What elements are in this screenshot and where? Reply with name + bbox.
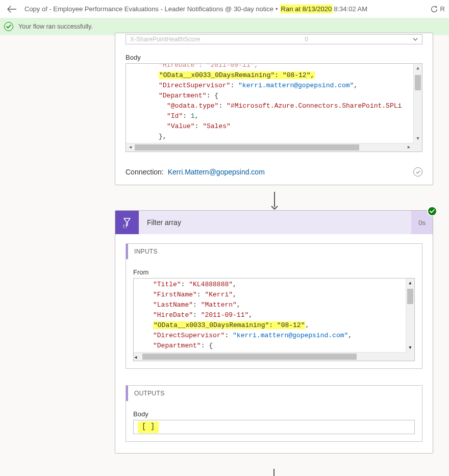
outputs-body-value: [ ] [138, 421, 159, 433]
json-line: "Title": "KL4888888", [134, 280, 414, 290]
inputs-title: INPUTS [126, 244, 422, 259]
svg-text:{·}: {·} [123, 223, 127, 228]
json-line: "OData__x0033_0DaysRemaining": "08-12", [134, 320, 414, 331]
filter-card-header[interactable]: {·} Filter array 0s [115, 211, 433, 234]
scroll-corner [406, 352, 414, 361]
header-select-key: X-SharePointHealthScore [130, 36, 200, 43]
scroll-thumb[interactable] [415, 75, 421, 90]
connector-arrow-icon [270, 192, 279, 210]
scroll-down-icon[interactable]: ▾ [414, 134, 422, 143]
ran-time: 8:34:02 AM [334, 5, 367, 13]
horizontal-scrollbar[interactable]: ◂ ▸ [126, 143, 413, 152]
json-line: "HireDate": "2011-09-11", [134, 310, 414, 320]
header-select[interactable]: X-SharePointHealthScore 0 [126, 34, 422, 44]
arrow-left-icon [7, 6, 16, 13]
json-line: "Department": { [126, 91, 422, 101]
success-message: Your flow ran successfully. [18, 23, 93, 30]
flow-canvas: X-SharePointHealthScore 0 Body "HireDate… [0, 35, 449, 476]
scroll-left-icon[interactable]: ◂ [126, 143, 135, 152]
from-label: From [133, 268, 415, 276]
json-line: "FirstName": "Kerri", [134, 290, 414, 300]
filter-array-card[interactable]: {·} Filter array 0s INPUTS From "Title":… [115, 210, 433, 454]
scroll-thumb[interactable] [142, 354, 357, 360]
connection-row: Connection: Kerri.Mattern@gopepsind.com [126, 167, 422, 177]
body-label: Body [126, 54, 422, 61]
connection-ok-icon [413, 167, 422, 177]
scroll-corner [413, 143, 422, 152]
json-line: "Value": "Sales" [126, 121, 422, 132]
outputs-title: OUTPUTS [126, 386, 422, 401]
vertical-scrollbar[interactable]: ▴ ▾ [413, 64, 422, 143]
back-button[interactable] [2, 3, 21, 16]
outputs-body-label: Body [133, 410, 415, 418]
vertical-scrollbar[interactable]: ▴ ▾ [406, 279, 414, 352]
header-select-value: 0 [305, 36, 308, 43]
ran-at-highlight: Ran at 8/13/2020 [280, 5, 333, 13]
scroll-up-icon[interactable]: ▴ [406, 279, 414, 287]
previous-action-card[interactable]: X-SharePointHealthScore 0 Body "HireDate… [115, 33, 433, 185]
scroll-up-icon[interactable]: ▴ [414, 64, 422, 72]
chevron-down-icon [413, 38, 418, 41]
flow-title: Copy of - Employee Performance Evaluatio… [24, 5, 273, 13]
outputs-body-box[interactable]: [ ] [133, 420, 415, 434]
scroll-thumb[interactable] [407, 289, 413, 304]
scroll-thumb[interactable] [135, 144, 359, 151]
connector-line [273, 469, 275, 476]
json-line: "DirectSupervisor": "kerri.mattern@gopep… [134, 331, 414, 341]
separator: • [276, 5, 278, 13]
json-line: "Id": 1, [126, 111, 422, 121]
body-json-content[interactable]: "HireDate": "2011-09-11","OData__x0033_0… [126, 64, 422, 143]
json-line: "OData__x0033_0DaysRemaining": "08-12", [126, 70, 422, 81]
status-success-icon [427, 206, 437, 216]
inputs-panel: INPUTS From "Title": "KL4888888","FirstN… [126, 243, 422, 369]
data-operation-icon: {·} [121, 216, 133, 229]
json-line: "@odata.type": "#Microsoft.Azure.Connect… [126, 101, 422, 111]
filter-card-title: Filter array [139, 211, 411, 234]
horizontal-scrollbar[interactable]: ◂ ▸ [134, 352, 406, 361]
page-header: Copy of - Employee Performance Evaluatio… [0, 0, 449, 18]
json-line: }, [126, 132, 422, 142]
json-line: "LastName": "Mattern", [134, 300, 414, 310]
success-icon [4, 22, 13, 31]
from-json-box[interactable]: "Title": "KL4888888","FirstName": "Kerri… [133, 278, 415, 361]
json-line: "HireDate": "2011-09-11", [126, 64, 422, 70]
refresh-button[interactable]: R [428, 5, 447, 13]
from-json-content[interactable]: "Title": "KL4888888","FirstName": "Kerri… [134, 279, 414, 361]
connection-value[interactable]: Kerri.Mattern@gopepsind.com [168, 168, 265, 176]
scroll-right-icon[interactable]: ▸ [405, 143, 413, 152]
refresh-label: R [440, 5, 445, 13]
body-json-box[interactable]: "HireDate": "2011-09-11","OData__x0033_0… [126, 63, 422, 152]
json-line: "Department": { [134, 341, 414, 351]
filter-icon-box: {·} [115, 211, 139, 234]
connection-label: Connection: [126, 168, 164, 176]
json-line: "DirectSupervisor": "kerri.mattern@gopep… [126, 81, 422, 91]
outputs-panel: OUTPUTS Body [ ] [126, 385, 422, 442]
scroll-down-icon[interactable]: ▾ [406, 343, 414, 352]
refresh-icon [430, 5, 438, 13]
